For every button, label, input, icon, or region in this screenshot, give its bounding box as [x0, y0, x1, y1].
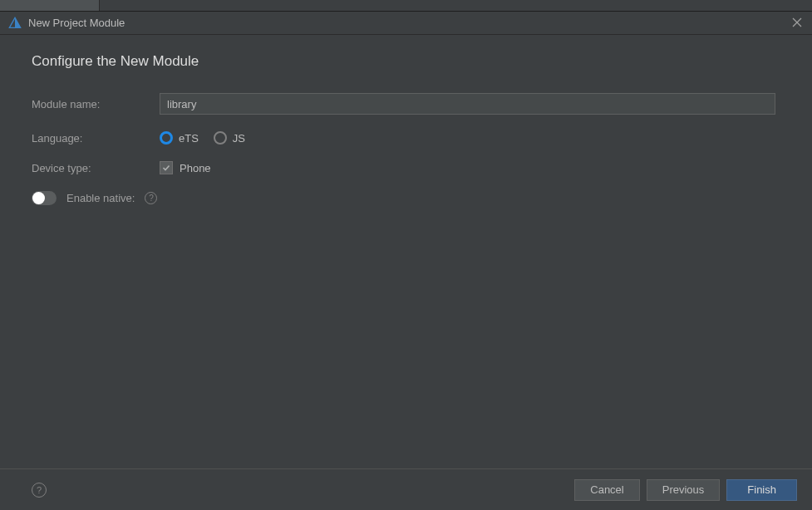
radio-icon: [160, 131, 173, 145]
device-type-option-phone[interactable]: Phone: [160, 161, 211, 174]
checkbox-label: Phone: [180, 162, 211, 174]
editor-tab[interactable]: [0, 0, 100, 11]
device-type-row: Device type: Phone: [32, 161, 789, 174]
previous-button[interactable]: Previous: [647, 479, 721, 501]
finish-button[interactable]: Finish: [726, 479, 797, 501]
enable-native-toggle[interactable]: [32, 191, 57, 205]
language-option-ets[interactable]: eTS: [160, 131, 199, 145]
footer-help-icon[interactable]: ?: [32, 483, 47, 498]
language-label: Language:: [32, 132, 160, 145]
dialog-title: New Project Module: [28, 17, 789, 29]
dialog-content: Configure the New Module Module name: La…: [0, 35, 812, 468]
device-type-label: Device type:: [32, 162, 160, 174]
module-name-row: Module name:: [32, 93, 789, 115]
help-icon[interactable]: ?: [145, 192, 157, 204]
checkbox-icon: [160, 161, 173, 174]
language-row: Language: eTS JS: [32, 131, 789, 145]
module-name-label: Module name:: [32, 98, 160, 110]
enable-native-row: Enable native: ?: [32, 191, 789, 205]
cancel-button[interactable]: Cancel: [574, 479, 639, 501]
toggle-knob: [32, 192, 45, 204]
language-radio-group: eTS JS: [160, 131, 245, 145]
close-icon[interactable]: [789, 16, 805, 31]
radio-label: JS: [233, 132, 245, 145]
page-title: Configure the New Module: [32, 53, 789, 70]
radio-icon: [214, 131, 227, 145]
editor-tab-strip: [0, 0, 812, 12]
app-logo-icon: [8, 17, 22, 30]
radio-label: eTS: [179, 132, 199, 145]
language-option-js[interactable]: JS: [214, 131, 245, 145]
dialog-title-bar: New Project Module: [0, 12, 812, 35]
enable-native-label: Enable native:: [66, 192, 135, 204]
module-name-input[interactable]: [160, 93, 775, 115]
dialog-footer: ? Cancel Previous Finish: [0, 468, 812, 510]
